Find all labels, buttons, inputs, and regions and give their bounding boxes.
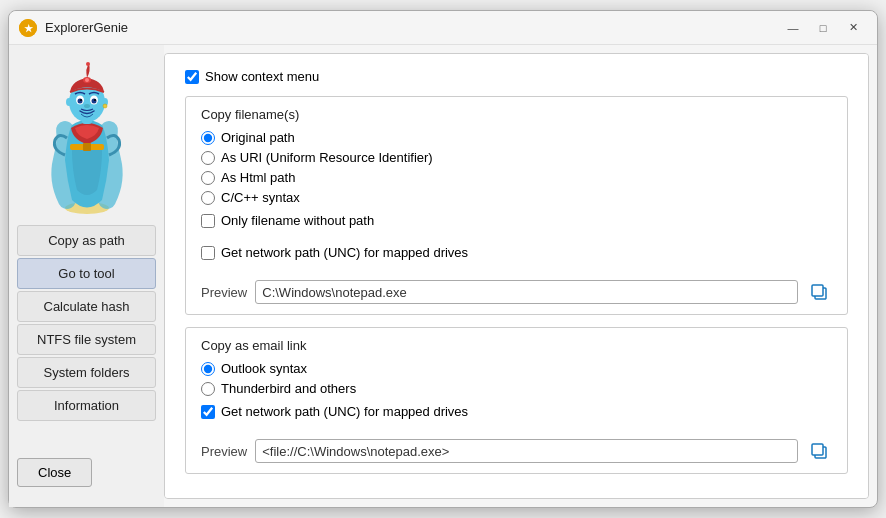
copy-email-preview-input[interactable] bbox=[255, 439, 798, 463]
window-close-button[interactable]: ✕ bbox=[839, 17, 867, 39]
minimize-button[interactable]: — bbox=[779, 17, 807, 39]
radio-as-uri-label: As URI (Uniform Resource Identifier) bbox=[221, 150, 433, 165]
svg-rect-21 bbox=[812, 285, 823, 296]
svg-point-16 bbox=[86, 62, 90, 66]
nav-copy-as-path[interactable]: Copy as path bbox=[17, 225, 156, 256]
nav-calculate-hash[interactable]: Calculate hash bbox=[17, 291, 156, 322]
main-window: ★ ExplorerGenie — □ ✕ bbox=[8, 10, 878, 508]
radio-outlook-label: Outlook syntax bbox=[221, 361, 307, 376]
radio-thunderbird[interactable] bbox=[201, 382, 215, 396]
copy-email-section: Copy as email link Outlook syntax Thunde… bbox=[185, 327, 848, 474]
nav-ntfs-file-system[interactable]: NTFS file system bbox=[17, 324, 156, 355]
title-bar: ★ ExplorerGenie — □ ✕ bbox=[9, 11, 877, 45]
svg-point-13 bbox=[84, 104, 90, 108]
maximize-button[interactable]: □ bbox=[809, 17, 837, 39]
get-network-path-label: Get network path (UNC) for mapped drives bbox=[221, 245, 468, 260]
genie-svg bbox=[37, 60, 137, 215]
svg-text:★: ★ bbox=[24, 23, 34, 34]
copy-filenames-preview-label: Preview bbox=[201, 285, 247, 300]
svg-point-19 bbox=[103, 104, 107, 108]
copy-filenames-check-group: Only filename without path Get network p… bbox=[201, 213, 832, 272]
radio-row-cpp-syntax: C/C++ syntax bbox=[201, 190, 832, 205]
close-button[interactable]: Close bbox=[17, 458, 92, 487]
copy-email-radio-group: Outlook syntax Thunderbird and others bbox=[201, 361, 832, 396]
show-context-menu-checkbox[interactable] bbox=[185, 70, 199, 84]
svg-point-12 bbox=[94, 99, 96, 101]
radio-thunderbird-label: Thunderbird and others bbox=[221, 381, 356, 396]
copy-filenames-preview-input[interactable] bbox=[255, 280, 798, 304]
nav-information[interactable]: Information bbox=[17, 390, 156, 421]
radio-as-html-path-label: As Html path bbox=[221, 170, 295, 185]
get-network-path-row: Get network path (UNC) for mapped drives bbox=[201, 245, 832, 260]
show-context-menu-row: Show context menu bbox=[185, 69, 848, 84]
app-title: ExplorerGenie bbox=[45, 20, 779, 35]
radio-original-path-label: Original path bbox=[221, 130, 295, 145]
only-filename-label: Only filename without path bbox=[221, 213, 374, 228]
close-section: Close bbox=[9, 448, 164, 497]
nav-system-folders[interactable]: System folders bbox=[17, 357, 156, 388]
svg-point-11 bbox=[80, 99, 82, 101]
svg-point-10 bbox=[91, 99, 96, 104]
copy-filenames-radio-group: Original path As URI (Uniform Resource I… bbox=[201, 130, 832, 205]
radio-cpp-syntax[interactable] bbox=[201, 191, 215, 205]
copy-email-check-group: Get network path (UNC) for mapped drives bbox=[201, 404, 832, 431]
app-icon: ★ bbox=[19, 19, 37, 37]
radio-row-thunderbird: Thunderbird and others bbox=[201, 381, 832, 396]
nav-go-to-tool[interactable]: Go to tool bbox=[17, 258, 156, 289]
only-filename-row: Only filename without path bbox=[201, 213, 832, 228]
sidebar: Copy as path Go to tool Calculate hash N… bbox=[9, 45, 164, 507]
get-network-path-email-label: Get network path (UNC) for mapped drives bbox=[221, 404, 468, 419]
get-network-path-email-checkbox[interactable] bbox=[201, 405, 215, 419]
copy-email-title: Copy as email link bbox=[201, 338, 832, 353]
svg-rect-4 bbox=[83, 143, 91, 151]
radio-as-uri[interactable] bbox=[201, 151, 215, 165]
window-controls: — □ ✕ bbox=[779, 17, 867, 39]
radio-original-path[interactable] bbox=[201, 131, 215, 145]
get-network-path-email-row: Get network path (UNC) for mapped drives bbox=[201, 404, 832, 419]
get-network-path-checkbox[interactable] bbox=[201, 246, 215, 260]
copy-email-copy-button[interactable] bbox=[806, 439, 832, 463]
copy-filenames-title: Copy filename(s) bbox=[201, 107, 832, 122]
radio-row-as-html-path: As Html path bbox=[201, 170, 832, 185]
radio-row-original-path: Original path bbox=[201, 130, 832, 145]
copy-filenames-copy-button[interactable] bbox=[806, 280, 832, 304]
svg-point-9 bbox=[77, 99, 82, 104]
main-panel: Show context menu Copy filename(s) Origi… bbox=[164, 53, 869, 499]
copy-filenames-section: Copy filename(s) Original path As URI (U… bbox=[185, 96, 848, 315]
svg-point-17 bbox=[66, 98, 72, 106]
content-area: Copy as path Go to tool Calculate hash N… bbox=[9, 45, 877, 507]
radio-outlook-syntax[interactable] bbox=[201, 362, 215, 376]
svg-rect-23 bbox=[812, 444, 823, 455]
radio-as-html-path[interactable] bbox=[201, 171, 215, 185]
only-filename-checkbox[interactable] bbox=[201, 214, 215, 228]
genie-illustration bbox=[9, 55, 164, 225]
svg-point-15 bbox=[85, 78, 89, 82]
show-context-menu-label: Show context menu bbox=[205, 69, 319, 84]
copy-email-preview-label: Preview bbox=[201, 444, 247, 459]
copy-email-preview-row: Preview bbox=[201, 439, 832, 463]
radio-row-as-uri: As URI (Uniform Resource Identifier) bbox=[201, 150, 832, 165]
radio-row-outlook: Outlook syntax bbox=[201, 361, 832, 376]
copy-filenames-preview-row: Preview bbox=[201, 280, 832, 304]
radio-cpp-syntax-label: C/C++ syntax bbox=[221, 190, 300, 205]
nav-buttons: Copy as path Go to tool Calculate hash N… bbox=[9, 225, 164, 421]
